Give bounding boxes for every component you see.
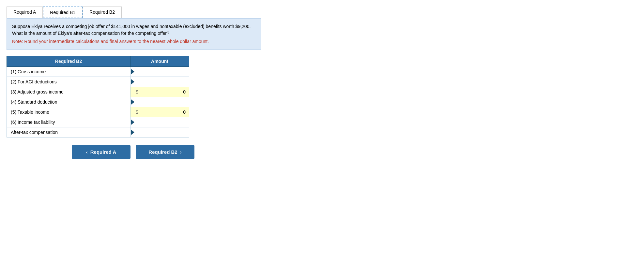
- table-row: (3) Adjusted gross income$0: [7, 87, 189, 97]
- row-label: (4) Standard deduction: [7, 97, 130, 107]
- dollar-sign: $: [136, 89, 138, 94]
- table-row: After-tax compensation: [7, 127, 189, 137]
- row-label: (1) Gross income: [7, 67, 130, 77]
- row-label: After-tax compensation: [7, 127, 130, 137]
- input-arrow-icon: [131, 69, 134, 74]
- tab-required-b1[interactable]: Required B1: [43, 7, 83, 18]
- row-amount[interactable]: $0: [130, 87, 189, 97]
- next-button[interactable]: Required B2 ›: [136, 145, 194, 159]
- row-label: (5) Taxable income: [7, 107, 130, 117]
- table-row: (5) Taxable income$0: [7, 107, 189, 117]
- amount-value: 0: [183, 89, 186, 94]
- question-text: Suppose Ekiya receives a competing job o…: [12, 24, 251, 36]
- input-arrow-icon: [131, 120, 134, 125]
- row-amount[interactable]: [130, 97, 189, 107]
- next-icon: ›: [180, 149, 182, 155]
- tab-required-b2[interactable]: Required B2: [83, 7, 122, 18]
- table-header-col2: Amount: [130, 56, 189, 67]
- table-header-col1: Required B2: [7, 56, 130, 67]
- row-label: (6) Income tax liability: [7, 117, 130, 127]
- dollar-sign: $: [136, 109, 138, 115]
- amount-value: 0: [183, 109, 186, 115]
- question-box: Suppose Ekiya receives a competing job o…: [7, 18, 261, 50]
- next-label: Required B2: [148, 149, 177, 155]
- table-row: (6) Income tax liability: [7, 117, 189, 127]
- table-row: (2) For AGI deductions: [7, 77, 189, 87]
- table-row: (1) Gross income: [7, 67, 189, 77]
- row-amount[interactable]: [130, 77, 189, 87]
- input-arrow-icon: [131, 130, 134, 135]
- row-amount[interactable]: [130, 127, 189, 137]
- row-label: (2) For AGI deductions: [7, 77, 130, 87]
- table-row: (4) Standard deduction: [7, 97, 189, 107]
- prev-label: Required A: [90, 149, 116, 155]
- input-arrow-icon: [131, 99, 134, 105]
- row-amount[interactable]: [130, 117, 189, 127]
- tabs-container: Required A Required B1 Required B2: [7, 7, 637, 18]
- tab-required-a[interactable]: Required A: [7, 7, 43, 18]
- question-note: Note: Round your intermediate calculatio…: [12, 38, 255, 45]
- input-arrow-icon: [131, 79, 134, 84]
- row-label: (3) Adjusted gross income: [7, 87, 130, 97]
- prev-icon: ‹: [86, 149, 88, 155]
- buttons-row: ‹ Required A Required B2 ›: [72, 145, 637, 159]
- row-amount[interactable]: $0: [130, 107, 189, 117]
- row-amount[interactable]: [130, 67, 189, 77]
- prev-button[interactable]: ‹ Required A: [72, 145, 130, 159]
- data-table: Required B2 Amount (1) Gross income(2) F…: [7, 56, 189, 137]
